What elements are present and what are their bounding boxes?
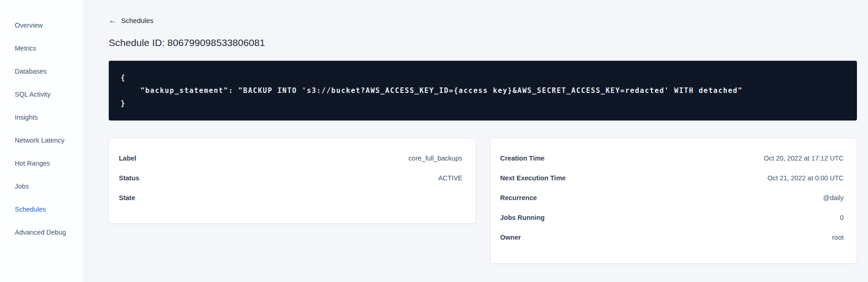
sidebar-item-sql-activity[interactable]: SQL Activity [0,83,83,106]
main-content: ← Schedules Schedule ID: 806799098533806… [83,0,868,282]
detail-row-status: Status ACTIVE [119,168,463,188]
back-link[interactable]: ← Schedules [109,17,153,24]
sidebar-item-jobs[interactable]: Jobs [0,175,83,198]
detail-row-label: Label core_full_backups [119,148,463,168]
schedule-summary-card: Label core_full_backups Status ACTIVE St… [109,138,476,224]
sidebar-item-hot-ranges[interactable]: Hot Ranges [0,152,83,175]
detail-label: Status [119,174,139,182]
app-window: Overview Metrics Databases SQL Activity … [0,0,868,282]
detail-row-creation-time: Creation Time Oct 20, 2022 at 17:12 UTC [500,148,844,168]
sidebar-item-network-latency[interactable]: Network Latency [0,129,83,152]
left-arrow-icon: ← [109,17,117,24]
detail-value: core_full_backups [409,155,463,162]
detail-value: Oct 21, 2022 at 0:00 UTC [768,174,844,182]
sidebar-item-databases[interactable]: Databases [0,60,83,83]
detail-label: Owner [500,234,521,241]
detail-row-state: State [119,188,463,207]
backup-statement-code-block: { "backup_statement": "BACKUP INTO 's3:/… [109,61,857,121]
detail-row-recurrence: Recurrence @daily [500,188,844,207]
detail-label: State [119,194,135,201]
execution-details-card: Creation Time Oct 20, 2022 at 17:12 UTC … [490,138,857,264]
detail-label: Label [119,155,136,162]
sidebar-item-insights[interactable]: Insights [0,106,83,129]
sidebar-item-metrics[interactable]: Metrics [0,37,83,60]
sidebar-item-overview[interactable]: Overview [0,14,83,37]
sidebar-item-advanced-debug[interactable]: Advanced Debug [0,221,83,244]
page-title: Schedule ID: 806799098533806081 [109,37,857,48]
detail-value: Oct 20, 2022 at 17:12 UTC [764,155,844,162]
detail-label: Recurrence [500,194,537,201]
sidebar-nav: Overview Metrics Databases SQL Activity … [0,0,83,282]
detail-value: 0 [840,214,844,221]
detail-value: root [832,234,844,241]
detail-row-next-execution-time: Next Execution Time Oct 21, 2022 at 0:00… [500,168,844,188]
detail-label: Jobs Running [500,214,545,221]
sidebar-item-schedules[interactable]: Schedules [0,198,83,221]
detail-value: ACTIVE [438,174,462,182]
backup-statement-code: { "backup_statement": "BACKUP INTO 's3:/… [121,71,845,110]
back-link-label: Schedules [121,17,153,24]
detail-label: Creation Time [500,155,545,162]
detail-value: @daily [823,194,844,201]
detail-cards: Label core_full_backups Status ACTIVE St… [109,138,857,264]
detail-row-jobs-running: Jobs Running 0 [500,207,844,227]
detail-row-owner: Owner root [500,227,844,247]
detail-label: Next Execution Time [500,174,566,182]
